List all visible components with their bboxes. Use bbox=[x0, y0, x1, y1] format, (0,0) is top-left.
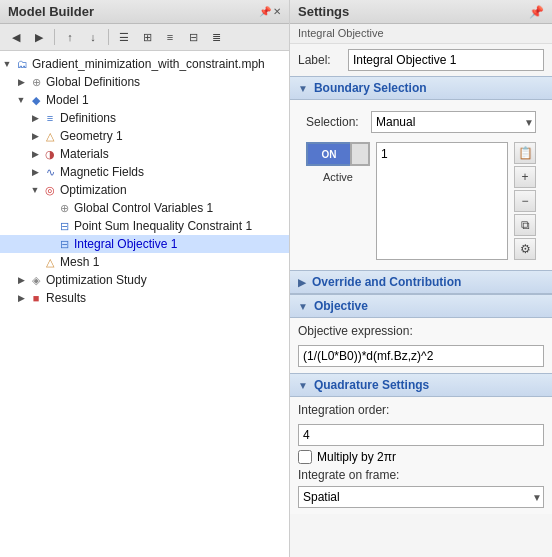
tree-item-model1[interactable]: ▼◆Model 1 bbox=[0, 91, 289, 109]
multiply-checkbox[interactable] bbox=[298, 450, 312, 464]
tree-item-icon: ⊕ bbox=[28, 74, 44, 90]
tree-item-label: Definitions bbox=[60, 111, 116, 125]
down-button[interactable]: ↓ bbox=[83, 27, 103, 47]
up-button[interactable]: ↑ bbox=[60, 27, 80, 47]
quadrature-section-header[interactable]: ▼ Quadrature Settings bbox=[290, 373, 552, 397]
tree-item-point-sum[interactable]: ⊟Point Sum Inequality Constraint 1 bbox=[0, 217, 289, 235]
tree-item-icon: ■ bbox=[28, 290, 44, 306]
boundary-toggle-icon: ▼ bbox=[298, 83, 308, 94]
tree-item-icon: △ bbox=[42, 254, 58, 270]
tree-item-label: Mesh 1 bbox=[60, 255, 99, 269]
off-toggle[interactable] bbox=[350, 142, 370, 166]
settings-button[interactable]: ⚙ bbox=[514, 238, 536, 260]
tree-item-mesh1[interactable]: △Mesh 1 bbox=[0, 253, 289, 271]
boundary-list[interactable]: 1 bbox=[376, 142, 508, 260]
integration-order-input[interactable] bbox=[298, 424, 544, 446]
tree-item-label: Materials bbox=[60, 147, 109, 161]
settings-header: Settings 📌 bbox=[290, 0, 552, 24]
tree-item-root[interactable]: ▼🗂Gradient_minimization_with_constraint.… bbox=[0, 55, 289, 73]
tree-item-icon: ◈ bbox=[28, 272, 44, 288]
quadrature-section-title: Quadrature Settings bbox=[314, 378, 429, 392]
copy-button[interactable]: ⧉ bbox=[514, 214, 536, 236]
tree-item-icon: ∿ bbox=[42, 164, 58, 180]
integrate-frame-label: Integrate on frame: bbox=[298, 468, 544, 482]
tree-toggle[interactable]: ▶ bbox=[14, 293, 28, 303]
objective-section-title: Objective bbox=[314, 299, 368, 313]
integrate-frame-dropdown-wrapper: Spatial Material ▼ bbox=[298, 486, 544, 508]
override-toggle-icon: ▶ bbox=[298, 277, 306, 288]
tree-item-integral-obj[interactable]: ⊟Integral Objective 1 bbox=[0, 235, 289, 253]
objective-section-header[interactable]: ▼ Objective bbox=[290, 294, 552, 318]
forward-button[interactable]: ▶ bbox=[29, 27, 49, 47]
objective-section-content: Objective expression: bbox=[290, 318, 552, 373]
boundary-selection-header[interactable]: ▼ Boundary Selection bbox=[290, 76, 552, 100]
override-section-title: Override and Contribution bbox=[312, 275, 461, 289]
tree-toggle[interactable]: ▶ bbox=[14, 77, 28, 87]
paste-button[interactable]: 📋 bbox=[514, 142, 536, 164]
back-button[interactable]: ◀ bbox=[6, 27, 26, 47]
settings-header-controls: 📌 bbox=[529, 5, 544, 19]
tree-toggle[interactable]: ▶ bbox=[28, 149, 42, 159]
active-area: ON Active bbox=[306, 142, 370, 260]
remove-item-button[interactable]: − bbox=[514, 190, 536, 212]
grid-button[interactable]: ⊞ bbox=[137, 27, 157, 47]
settings-content: Label: ▼ Boundary Selection Selection: M… bbox=[290, 44, 552, 557]
tree-item-materials[interactable]: ▶◑Materials bbox=[0, 145, 289, 163]
tree-toggle[interactable]: ▼ bbox=[14, 95, 28, 105]
tree-item-icon: △ bbox=[42, 128, 58, 144]
remove-button[interactable]: ⊟ bbox=[183, 27, 203, 47]
tree-item-optimization[interactable]: ▼◎Optimization bbox=[0, 181, 289, 199]
tree-item-definitions[interactable]: ▶≡Definitions bbox=[0, 109, 289, 127]
menu-button[interactable]: ≣ bbox=[206, 27, 226, 47]
close-icon[interactable]: ✕ bbox=[273, 6, 281, 17]
label-input[interactable] bbox=[348, 49, 544, 71]
tree-item-label: Gradient_minimization_with_constraint.mp… bbox=[32, 57, 265, 71]
tree-toggle[interactable]: ▶ bbox=[28, 113, 42, 123]
tree-item-results[interactable]: ▶■Results bbox=[0, 289, 289, 307]
pin-icon[interactable]: 📌 bbox=[259, 6, 271, 17]
tree-item-icon: ◆ bbox=[28, 92, 44, 108]
override-section-header[interactable]: ▶ Override and Contribution bbox=[290, 270, 552, 294]
boundary-section-content: Selection: Manual All boundaries None ▼ … bbox=[290, 100, 552, 270]
left-panel: Model Builder 📌 ✕ ◀ ▶ ↑ ↓ ☰ ⊞ ≡ ⊟ ≣ ▼🗂Gr… bbox=[0, 0, 290, 557]
tree-item-opt-study[interactable]: ▶◈Optimization Study bbox=[0, 271, 289, 289]
integration-order-label: Integration order: bbox=[298, 403, 544, 417]
quadrature-section-content: Integration order: Multiply by 2πr Integ… bbox=[290, 397, 552, 514]
tree-item-label: Global Definitions bbox=[46, 75, 140, 89]
tree-item-icon: ≡ bbox=[42, 110, 58, 126]
tree-item-global-control[interactable]: ⊕Global Control Variables 1 bbox=[0, 199, 289, 217]
tree-toggle[interactable]: ▼ bbox=[28, 185, 42, 195]
tree-toggle[interactable]: ▼ bbox=[0, 59, 14, 69]
tree-item-icon: ◎ bbox=[42, 182, 58, 198]
tree-item-global-defs[interactable]: ▶⊕Global Definitions bbox=[0, 73, 289, 91]
left-panel-controls: 📌 ✕ bbox=[259, 6, 281, 17]
boundary-section-title: Boundary Selection bbox=[314, 81, 427, 95]
tree-toggle[interactable]: ▶ bbox=[28, 167, 42, 177]
left-toolbar: ◀ ▶ ↑ ↓ ☰ ⊞ ≡ ⊟ ≣ bbox=[0, 24, 289, 51]
toolbar-sep-2 bbox=[108, 29, 109, 45]
tree-item-geometry1[interactable]: ▶△Geometry 1 bbox=[0, 127, 289, 145]
integrate-frame-dropdown[interactable]: Spatial Material bbox=[298, 486, 544, 508]
multiply-row: Multiply by 2πr bbox=[298, 446, 544, 468]
collapse-button[interactable]: ☰ bbox=[114, 27, 134, 47]
tree-toggle[interactable]: ▶ bbox=[28, 131, 42, 141]
tree-item-magnetic-fields[interactable]: ▶∿Magnetic Fields bbox=[0, 163, 289, 181]
tree-item-label: Results bbox=[46, 291, 86, 305]
objective-toggle-icon: ▼ bbox=[298, 301, 308, 312]
right-panel: Settings 📌 Integral Objective Label: ▼ B… bbox=[290, 0, 552, 557]
multiply-label: Multiply by 2πr bbox=[317, 450, 396, 464]
selection-dropdown[interactable]: Manual All boundaries None bbox=[371, 111, 536, 133]
objective-expr-label: Objective expression: bbox=[298, 324, 544, 338]
settings-pin-icon[interactable]: 📌 bbox=[529, 5, 544, 19]
tree-item-label: Global Control Variables 1 bbox=[74, 201, 213, 215]
side-buttons: 📋 + − ⧉ ⚙ bbox=[514, 142, 536, 260]
active-toggle-container: ON bbox=[306, 142, 370, 169]
list-button[interactable]: ≡ bbox=[160, 27, 180, 47]
objective-expr-input[interactable] bbox=[298, 345, 544, 367]
add-button[interactable]: + bbox=[514, 166, 536, 188]
on-toggle-button[interactable]: ON bbox=[306, 142, 352, 166]
tree-item-icon: ⊕ bbox=[56, 200, 72, 216]
tree-item-label: Optimization Study bbox=[46, 273, 147, 287]
tree-item-icon: ⊟ bbox=[56, 236, 72, 252]
tree-toggle[interactable]: ▶ bbox=[14, 275, 28, 285]
